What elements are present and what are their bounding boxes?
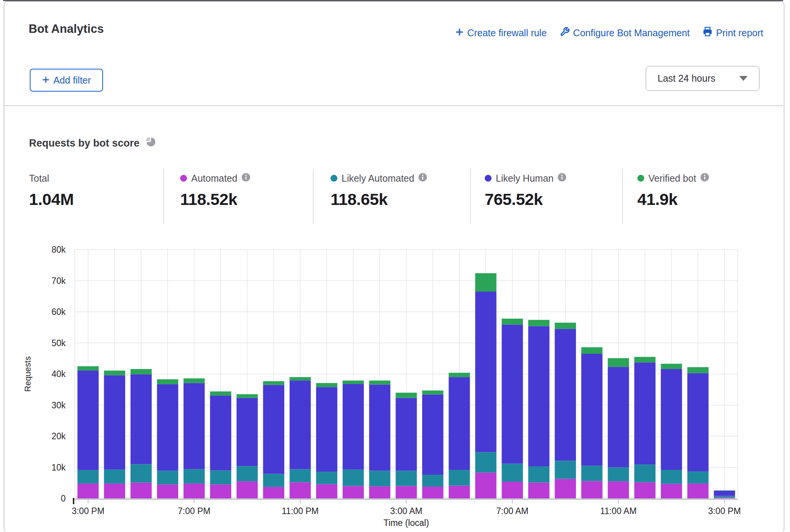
bar-segment[interactable] — [104, 484, 125, 498]
bar-segment[interactable] — [475, 273, 497, 292]
bar-segment[interactable] — [422, 395, 443, 475]
bar-segment[interactable] — [77, 470, 99, 484]
bar-segment[interactable] — [369, 385, 390, 471]
bar-segment[interactable] — [210, 484, 231, 498]
bar-segment[interactable] — [290, 377, 311, 380]
bar-segment[interactable] — [528, 320, 550, 326]
bar-segment[interactable] — [661, 484, 682, 498]
bar-segment[interactable] — [77, 484, 99, 498]
bar-segment[interactable] — [608, 481, 629, 498]
bar-segment[interactable] — [528, 482, 550, 498]
configure-bot-management-link[interactable]: Configure Bot Management — [560, 27, 690, 39]
bar-segment[interactable] — [608, 468, 629, 482]
bar-segment[interactable] — [634, 464, 656, 482]
bar-segment[interactable] — [316, 472, 337, 484]
bar-segment[interactable] — [502, 482, 523, 498]
bar-segment[interactable] — [157, 384, 178, 471]
bar-segment[interactable] — [369, 380, 390, 385]
bar-segment[interactable] — [634, 363, 656, 464]
bar-segment[interactable] — [555, 323, 576, 329]
bar-segment[interactable] — [502, 464, 523, 482]
bar-segment[interactable] — [714, 491, 735, 496]
bar-segment[interactable] — [184, 378, 205, 383]
bar-segment[interactable] — [475, 472, 497, 498]
bar-segment[interactable] — [449, 373, 470, 377]
add-filter-button[interactable]: Add filter — [30, 69, 103, 92]
bar-segment[interactable] — [131, 374, 152, 464]
bar-segment[interactable] — [369, 471, 390, 486]
bar-segment[interactable] — [687, 484, 709, 498]
bar-segment[interactable] — [343, 380, 364, 384]
bar-segment[interactable] — [528, 326, 550, 466]
bar-segment[interactable] — [316, 484, 337, 498]
info-icon[interactable] — [418, 173, 427, 184]
bar-segment[interactable] — [263, 474, 284, 487]
bar-segment[interactable] — [687, 471, 709, 484]
bar-segment[interactable] — [449, 377, 470, 470]
bar-segment[interactable] — [263, 381, 284, 385]
bar-segment[interactable] — [369, 486, 390, 498]
bar-segment[interactable] — [475, 292, 497, 452]
bar-segment[interactable] — [396, 398, 417, 471]
print-report-link[interactable]: Print report — [703, 27, 763, 39]
bar-segment[interactable] — [263, 385, 284, 474]
bar-segment[interactable] — [210, 392, 231, 396]
bar-segment[interactable] — [661, 369, 682, 470]
bar-segment[interactable] — [316, 383, 337, 387]
bar-segment[interactable] — [475, 452, 497, 473]
bar-segment[interactable] — [131, 464, 152, 482]
bar-segment[interactable] — [290, 482, 311, 498]
bar-segment[interactable] — [528, 466, 550, 482]
info-icon[interactable] — [700, 173, 709, 184]
bar-segment[interactable] — [316, 387, 337, 472]
info-icon[interactable] — [242, 173, 250, 184]
bar-segment[interactable] — [131, 482, 152, 498]
bar-segment[interactable] — [396, 393, 417, 398]
bar-segment[interactable] — [555, 479, 576, 498]
bar-segment[interactable] — [608, 358, 629, 367]
time-range-select[interactable]: Last 24 hours — [646, 66, 759, 91]
bar-segment[interactable] — [634, 357, 656, 363]
bar-segment[interactable] — [237, 481, 258, 498]
bar-segment[interactable] — [581, 347, 603, 354]
bar-segment[interactable] — [422, 475, 443, 487]
bar-segment[interactable] — [449, 470, 470, 486]
bar-segment[interactable] — [555, 329, 576, 461]
bar-segment[interactable] — [237, 394, 258, 398]
bar-segment[interactable] — [581, 481, 603, 498]
bar-segment[interactable] — [581, 466, 603, 481]
bar-segment[interactable] — [157, 379, 178, 384]
bar-segment[interactable] — [237, 466, 258, 481]
bar-segment[interactable] — [396, 471, 417, 486]
bar-segment[interactable] — [290, 380, 311, 469]
create-firewall-rule-link[interactable]: Create firewall rule — [455, 27, 547, 39]
bar-segment[interactable] — [661, 470, 682, 484]
bar-segment[interactable] — [104, 371, 125, 375]
bar-segment[interactable] — [184, 484, 205, 498]
bar-segment[interactable] — [714, 490, 735, 491]
bar-segment[interactable] — [422, 487, 443, 498]
bar-segment[interactable] — [343, 469, 364, 486]
bar-segment[interactable] — [422, 390, 443, 395]
bar-segment[interactable] — [104, 469, 125, 484]
bar-segment[interactable] — [210, 395, 231, 470]
bar-segment[interactable] — [184, 469, 205, 483]
bar-segment[interactable] — [714, 498, 735, 498]
bar-segment[interactable] — [502, 324, 523, 463]
bar-segment[interactable] — [77, 366, 99, 371]
bar-segment[interactable] — [157, 471, 178, 484]
bar-segment[interactable] — [687, 367, 709, 373]
bar-segment[interactable] — [184, 383, 205, 469]
bar-segment[interactable] — [104, 375, 125, 469]
info-icon[interactable] — [558, 173, 566, 184]
bar-segment[interactable] — [687, 373, 709, 472]
bar-segment[interactable] — [157, 484, 178, 498]
bar-segment[interactable] — [714, 496, 735, 497]
bar-segment[interactable] — [343, 384, 364, 469]
bar-segment[interactable] — [581, 354, 603, 466]
bar-segment[interactable] — [608, 367, 629, 467]
bar-segment[interactable] — [290, 469, 311, 482]
bar-segment[interactable] — [131, 369, 152, 374]
bar-segment[interactable] — [263, 487, 284, 498]
bar-segment[interactable] — [449, 486, 470, 498]
